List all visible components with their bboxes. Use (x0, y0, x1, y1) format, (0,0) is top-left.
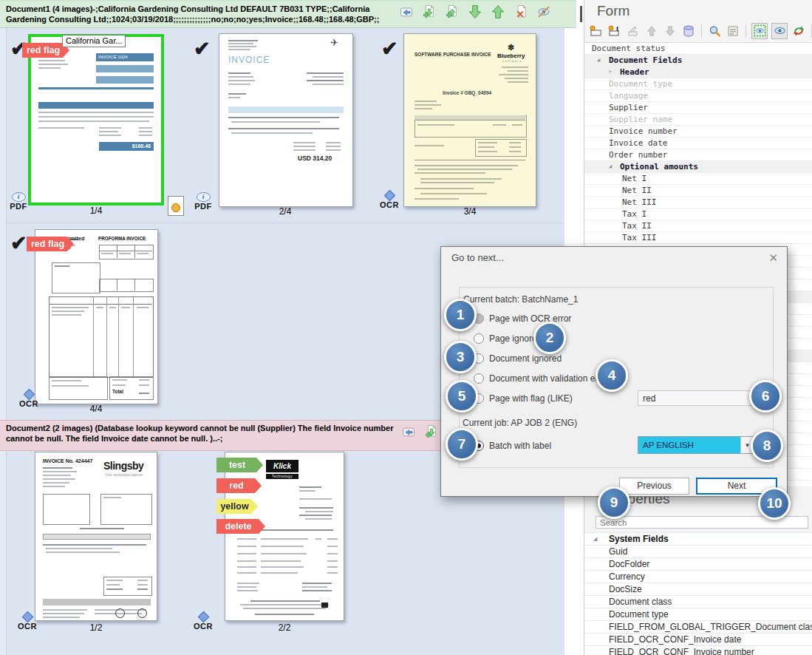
move-down-icon (663, 24, 678, 38)
tree-row[interactable]: language (584, 90, 812, 102)
mini-line (106, 584, 120, 586)
thumbnail-page-1[interactable]: INVOICE 1024 $168.48 (28, 34, 164, 206)
move-page-up-icon[interactable] (491, 4, 505, 19)
property-row[interactable]: DocSize (584, 583, 812, 595)
tree-row[interactable]: Order number (584, 149, 812, 161)
tree-row[interactable]: Net I (584, 173, 812, 185)
flag-filter-input[interactable] (638, 390, 752, 406)
expander-icon[interactable]: ▷ (609, 69, 612, 75)
radio-option[interactable]: Page ignored (474, 332, 542, 345)
property-row[interactable]: FIELD_FROM_GLOBAL_TRIGGER_Document class (584, 620, 812, 633)
mini-line (52, 307, 89, 308)
thumbnail-page-3[interactable]: SOFTWARE PURCHASE INVOICE ✽ Blueberry so… (403, 33, 536, 207)
callout-badge: 8 (751, 430, 783, 462)
flag-label: red flag (216, 478, 262, 493)
tree-row[interactable]: Invoice date (584, 138, 812, 149)
flag-label: red flag (27, 237, 74, 251)
highlight-zones-icon[interactable] (751, 23, 768, 39)
property-row[interactable]: ◢ System Fields (584, 532, 812, 545)
expander-icon[interactable]: ◢ (609, 163, 612, 169)
radio-button-icon[interactable] (474, 333, 484, 344)
mini-line (43, 617, 80, 618)
panel-splitter[interactable] (580, 6, 582, 22)
tree-row[interactable]: Tax III (584, 232, 812, 244)
tree-row[interactable]: Supplier name (584, 114, 812, 126)
mini-line (509, 151, 521, 152)
tree-row[interactable]: Invoice number (584, 126, 812, 138)
expander-icon[interactable]: ◢ (593, 536, 597, 542)
add-section-icon[interactable] (589, 24, 604, 38)
property-row[interactable]: Guid (584, 545, 812, 557)
add-field-icon[interactable]: t (607, 24, 622, 38)
delete-page-icon[interactable] (514, 4, 528, 19)
tree-row[interactable]: Net II (584, 185, 812, 197)
property-row[interactable]: FIELD_OCR_CONF_Invoice number (584, 645, 812, 655)
mini-line (512, 124, 522, 126)
verified-check-icon[interactable]: ✔ (194, 37, 211, 61)
verified-check-icon[interactable]: ✔ (381, 37, 398, 61)
mini-line (478, 151, 497, 152)
mini-line (119, 253, 131, 254)
database-icon[interactable] (681, 24, 696, 38)
property-row[interactable]: DocFolder (584, 557, 812, 570)
previous-button[interactable]: Previous (619, 478, 689, 495)
mini-line (112, 379, 127, 381)
left-strip (0, 451, 7, 655)
tree-row[interactable]: ▷ Header (584, 67, 812, 78)
show-field-icon[interactable] (771, 23, 788, 39)
mini-line (243, 608, 326, 609)
mini-line (414, 104, 441, 106)
mini-line (43, 482, 69, 483)
batch-label-combobox[interactable]: AP ENGLISH ▾ (638, 436, 754, 454)
move-page-down-icon[interactable] (468, 4, 482, 19)
mini-invoice-title: INVOICE (228, 55, 270, 65)
add-page-below-icon[interactable] (424, 424, 439, 439)
mini-brand-sub: software (502, 59, 522, 63)
property-row[interactable]: Currency (584, 570, 812, 583)
add-page-above-icon[interactable] (445, 4, 460, 19)
tree-row[interactable]: Supplier (584, 102, 812, 114)
mini-tagline: Your workplace partner (105, 472, 143, 477)
thumbnail-page-4[interactable]: Limited PROFORMA INVOICE Total (35, 229, 158, 404)
tree-row[interactable]: Net III (584, 197, 812, 208)
stamp-icon[interactable] (399, 4, 414, 19)
mini-line (228, 76, 253, 78)
stamp-icon[interactable] (726, 24, 740, 38)
mini-box (99, 279, 154, 292)
script-icon[interactable] (168, 196, 184, 216)
property-row[interactable]: Document class (584, 595, 812, 608)
mini-line (305, 518, 332, 520)
tree-row[interactable]: Document status (584, 43, 812, 55)
tree-row[interactable]: Document type (584, 78, 812, 90)
property-row[interactable]: Document type (584, 608, 812, 620)
mini-line (305, 511, 333, 512)
thumbnail-page-5[interactable]: INVOICE No. 424447 Slingsby Your workpla… (35, 452, 157, 621)
hide-page-icon[interactable] (536, 4, 551, 19)
mini-invoice-no: INVOICE No. 424447 (43, 458, 92, 464)
mini-line (414, 145, 444, 146)
tree-row[interactable]: Tax I (584, 208, 812, 220)
mini-line (38, 116, 154, 118)
radio-button-icon[interactable] (474, 373, 484, 384)
search-icon[interactable] (707, 24, 722, 38)
close-icon[interactable]: ✕ (768, 251, 778, 265)
thumbnail-page-2[interactable]: ✈ INVOICE USD 314.20 (219, 33, 353, 207)
property-row[interactable]: FIELD_OCR_CONF_Invoice date (584, 633, 812, 645)
radio-option[interactable]: Document with validation errors (474, 372, 613, 385)
mini-billto-box (52, 262, 100, 293)
batch-with-label-radio[interactable]: Batch with label (474, 439, 551, 452)
tree-row[interactable]: ◢ Document Fields (584, 55, 812, 67)
radio-option[interactable]: Page with flag (LIKE) (474, 392, 573, 405)
verified-check-icon[interactable]: ✔ (10, 231, 27, 255)
stamp-icon[interactable] (401, 424, 416, 439)
tree-row[interactable]: Tax II (584, 220, 812, 232)
thumbnail-page-6[interactable]: Klick Technology (225, 452, 344, 621)
mini-line (139, 127, 152, 129)
tree-row[interactable]: ◢ Optional amounts (584, 161, 812, 173)
refresh-icon[interactable] (791, 24, 806, 38)
mini-line (52, 385, 89, 387)
add-page-below-icon[interactable] (422, 4, 437, 19)
mini-line (505, 78, 528, 79)
expander-icon[interactable]: ◢ (597, 57, 600, 63)
mini-rule (414, 160, 525, 160)
